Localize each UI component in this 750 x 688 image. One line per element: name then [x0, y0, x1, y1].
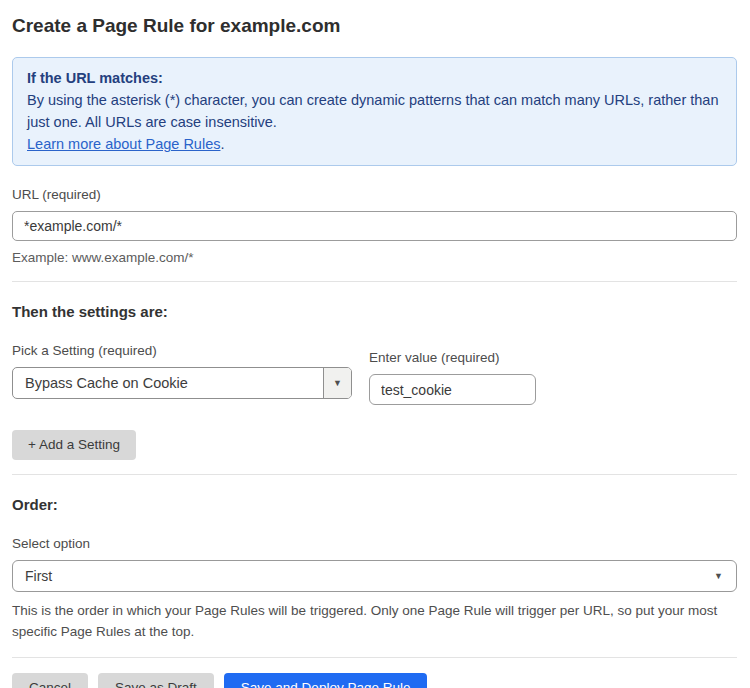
setting-value-group: Enter value (required) [369, 343, 536, 405]
settings-section-heading: Then the settings are: [12, 303, 737, 321]
setting-row: Pick a Setting (required) Bypass Cache o… [12, 343, 737, 405]
learn-more-page-rules-link[interactable]: Learn more about Page Rules [27, 136, 220, 152]
setting-select-value: Bypass Cache on Cookie [13, 368, 323, 398]
section-divider [12, 281, 737, 282]
add-setting-button[interactable]: + Add a Setting [12, 430, 136, 460]
url-field-group: URL (required) Example: www.example.com/… [12, 187, 737, 267]
order-select-value: First [25, 568, 52, 584]
order-help-text: This is the order in which your Page Rul… [12, 600, 732, 642]
url-example-help-text: Example: www.example.com/* [12, 248, 737, 267]
url-match-info-callout: If the URL matches: By using the asteris… [12, 57, 737, 166]
footer-action-bar: Cancel Save as Draft Save and Deploy Pag… [12, 657, 737, 688]
setting-select-label: Pick a Setting (required) [12, 343, 352, 359]
save-and-deploy-button[interactable]: Save and Deploy Page Rule [224, 673, 428, 688]
setting-value-label: Enter value (required) [369, 350, 536, 366]
setting-select[interactable]: Bypass Cache on Cookie ▼ [12, 367, 352, 399]
info-callout-link-line: Learn more about Page Rules. [27, 133, 722, 155]
section-divider [12, 474, 737, 475]
save-as-draft-button[interactable]: Save as Draft [98, 673, 214, 688]
chevron-down-icon: ▼ [333, 379, 342, 388]
cancel-button[interactable]: Cancel [12, 673, 88, 688]
order-select[interactable]: First ▼ [12, 560, 737, 592]
page-title: Create a Page Rule for example.com [12, 14, 737, 38]
url-field-label: URL (required) [12, 187, 737, 203]
url-input[interactable] [12, 211, 737, 241]
info-callout-heading: If the URL matches: [27, 67, 722, 89]
setting-select-arrow-button[interactable]: ▼ [323, 368, 351, 398]
setting-select-group: Pick a Setting (required) Bypass Cache o… [12, 343, 352, 399]
create-page-rule-form: Create a Page Rule for example.com If th… [0, 0, 750, 688]
info-callout-body: By using the asterisk (*) character, you… [27, 89, 722, 133]
order-section-heading: Order: [12, 496, 737, 514]
link-period: . [220, 136, 224, 152]
order-select-label: Select option [12, 536, 737, 552]
setting-value-input[interactable] [369, 374, 536, 405]
chevron-down-icon: ▼ [714, 572, 723, 581]
